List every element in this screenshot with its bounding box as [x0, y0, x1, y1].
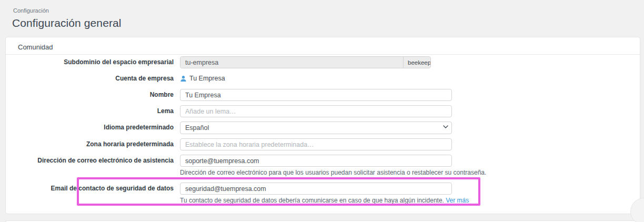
breadcrumb[interactable]: Configuración: [13, 7, 49, 14]
general-settings-form: Subdominio del espacio empresarial beeke…: [6, 55, 640, 204]
security-email-input[interactable]: [180, 183, 452, 195]
form-row-tagline: Lema: [6, 105, 640, 117]
name-input[interactable]: [180, 89, 452, 101]
subdomain-input: [180, 57, 403, 68]
form-row-support-email: Dirección de correo electrónico de asist…: [6, 155, 640, 176]
subdomain-label: Subdominio del espacio empresarial: [6, 56, 180, 68]
form-row-name: Nombre: [6, 89, 640, 101]
page-title: Configuración general: [12, 17, 122, 29]
timezone-label: Zona horaria predeterminada: [6, 138, 180, 150]
account-link-label: Tu Empresa: [189, 73, 225, 84]
support-email-label: Dirección de correo electrónico de asist…: [6, 155, 180, 167]
company-account-link[interactable]: Tu Empresa: [180, 73, 225, 84]
subdomain-input-group: beekeeper.io: [180, 56, 431, 68]
account-label: Cuenta de empresa: [6, 73, 180, 85]
form-row-timezone: Zona horaria predeterminada: [6, 138, 640, 150]
ver-mas-link[interactable]: Ver más: [446, 197, 469, 204]
tagline-label: Lema: [6, 105, 180, 117]
security-email-help-text: Tu contacto de seguridad de datos deberí…: [180, 197, 444, 204]
panel-header-community: Comunidad: [6, 37, 640, 55]
language-label: Idioma predeterminado: [6, 122, 180, 134]
security-email-help: Tu contacto de seguridad de datos deberí…: [180, 197, 640, 204]
user-icon: [180, 75, 187, 82]
security-email-label: Email de contacto de seguridad de datos: [6, 183, 180, 195]
community-settings-panel: Comunidad Subdominio del espacio empresa…: [5, 37, 640, 214]
language-select[interactable]: Español: [180, 122, 452, 134]
form-row-language: Idioma predeterminado Español: [6, 122, 640, 134]
form-row-security-email: Email de contacto de seguridad de datos …: [6, 183, 640, 204]
form-row-subdomain: Subdominio del espacio empresarial beeke…: [6, 56, 640, 68]
tagline-input[interactable]: [180, 105, 452, 117]
support-email-input[interactable]: [180, 155, 452, 167]
form-row-account: Cuenta de empresa Tu Empresa: [6, 73, 640, 85]
timezone-input[interactable]: [180, 138, 452, 150]
subdomain-suffix: beekeeper.io: [403, 57, 430, 68]
name-label: Nombre: [6, 89, 180, 101]
support-email-help: Dirección de correo electrónico para que…: [180, 169, 640, 176]
